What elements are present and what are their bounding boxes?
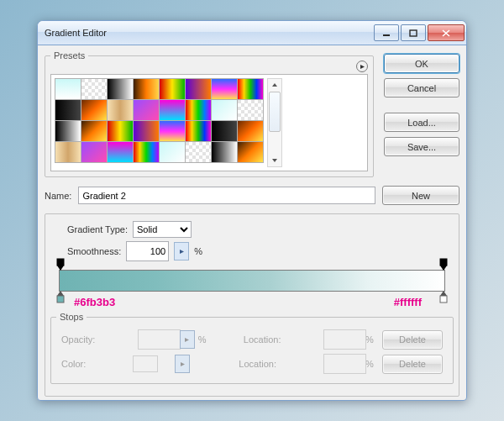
left-hex-label: #6fb3b3 [74, 296, 115, 308]
preset-swatch[interactable] [237, 78, 264, 100]
presets-panel: Presets [45, 50, 374, 177]
presets-grid [50, 74, 368, 171]
preset-swatch[interactable] [81, 120, 108, 142]
preset-swatch[interactable] [55, 99, 81, 121]
opacity-stop-right[interactable] [438, 258, 449, 271]
close-button[interactable] [428, 24, 465, 41]
preset-swatch[interactable] [159, 99, 186, 121]
gradient-track[interactable]: #6fb3b3 #ffffff [59, 270, 445, 292]
preset-swatch[interactable] [107, 78, 134, 100]
svg-rect-0 [383, 34, 390, 36]
opacity-input[interactable] [138, 329, 181, 350]
scroll-up-icon[interactable] [268, 79, 281, 91]
opacity-stop-left[interactable] [55, 258, 66, 271]
preset-swatch[interactable] [107, 141, 134, 163]
opacity-label: Opacity: [61, 334, 133, 345]
gradient-type-label: Gradient Type: [67, 224, 128, 234]
preset-swatch[interactable] [185, 78, 212, 100]
svg-rect-3 [440, 259, 447, 266]
stops-legend: Stops [56, 312, 87, 322]
preset-swatch[interactable] [159, 120, 186, 142]
location-unit-1: % [365, 334, 377, 345]
maximize-button[interactable] [401, 24, 426, 41]
scroll-thumb[interactable] [269, 92, 281, 132]
titlebar[interactable]: Gradient Editor [38, 21, 466, 45]
new-button[interactable]: New [382, 186, 459, 205]
svg-rect-4 [57, 296, 64, 303]
svg-rect-1 [410, 30, 417, 36]
preset-swatch[interactable] [133, 78, 160, 100]
preset-swatch[interactable] [185, 99, 212, 121]
right-hex-label: #ffffff [394, 296, 422, 308]
location-label-1: Location: [244, 334, 318, 345]
save-button[interactable]: Save... [384, 137, 459, 156]
location-unit-2: % [365, 359, 377, 369]
preset-swatch[interactable] [237, 141, 264, 163]
preset-swatch[interactable] [55, 120, 81, 142]
preset-swatch[interactable] [211, 141, 238, 163]
delete-opacity-stop-button[interactable]: Delete [382, 330, 443, 350]
smoothness-slider-icon[interactable] [174, 242, 189, 260]
gradient-editor-window: Gradient Editor Presets OK [37, 20, 467, 401]
name-label: Name: [45, 191, 71, 201]
preset-swatch[interactable] [133, 120, 160, 142]
preset-swatch[interactable] [81, 141, 108, 163]
preset-swatch[interactable] [185, 141, 212, 163]
location-label-2: Location: [239, 359, 318, 369]
smoothness-label: Smoothness: [67, 246, 121, 256]
gradient-bar[interactable] [59, 270, 445, 292]
color-picker-icon[interactable] [175, 355, 190, 373]
preset-swatch[interactable] [55, 78, 81, 100]
scroll-down-icon[interactable] [268, 155, 281, 166]
preset-swatch[interactable] [107, 99, 134, 121]
svg-rect-5 [440, 296, 447, 303]
smoothness-input[interactable] [126, 241, 169, 261]
preset-swatch[interactable] [133, 141, 160, 163]
window-title: Gradient Editor [45, 28, 107, 38]
cancel-button[interactable]: Cancel [384, 78, 459, 97]
preset-swatch[interactable] [237, 99, 264, 121]
stops-panel: Stops Opacity: % Location: % Delete Colo… [50, 312, 454, 384]
preset-swatch[interactable] [211, 120, 238, 142]
minimize-button[interactable] [374, 24, 399, 41]
gradient-type-select[interactable]: SolidNoise [133, 221, 192, 238]
gradient-config-panel: Gradient Type: SolidNoise Smoothness: % … [45, 213, 459, 397]
presets-flyout-icon[interactable] [356, 61, 368, 72]
preset-swatch[interactable] [55, 141, 81, 163]
delete-color-stop-button[interactable]: Delete [382, 355, 443, 374]
preset-swatch[interactable] [237, 120, 264, 142]
preset-swatch[interactable] [81, 99, 108, 121]
svg-rect-2 [57, 259, 64, 266]
opacity-slider-icon[interactable] [180, 330, 195, 349]
preset-swatch[interactable] [211, 78, 238, 100]
presets-scrollbar[interactable] [267, 78, 282, 167]
color-stop-left[interactable] [55, 290, 66, 303]
opacity-unit: % [198, 334, 210, 345]
preset-swatch[interactable] [133, 99, 160, 121]
preset-swatch[interactable] [211, 99, 238, 121]
presets-legend: Presets [50, 50, 88, 61]
smoothness-unit: % [194, 246, 202, 256]
load-button[interactable]: Load... [384, 113, 459, 132]
color-swatch[interactable] [133, 355, 158, 372]
color-label: Color: [61, 359, 128, 369]
color-stop-right[interactable] [438, 290, 449, 303]
location-input-2[interactable] [323, 354, 366, 374]
preset-swatch[interactable] [107, 120, 134, 142]
location-input-1[interactable] [323, 329, 366, 350]
preset-swatch[interactable] [159, 141, 186, 163]
preset-swatch[interactable] [185, 120, 212, 142]
name-row: Name: New [45, 186, 459, 205]
preset-swatch[interactable] [159, 78, 186, 100]
name-input[interactable] [78, 187, 375, 204]
preset-swatch[interactable] [81, 78, 108, 100]
ok-button[interactable]: OK [384, 54, 459, 73]
